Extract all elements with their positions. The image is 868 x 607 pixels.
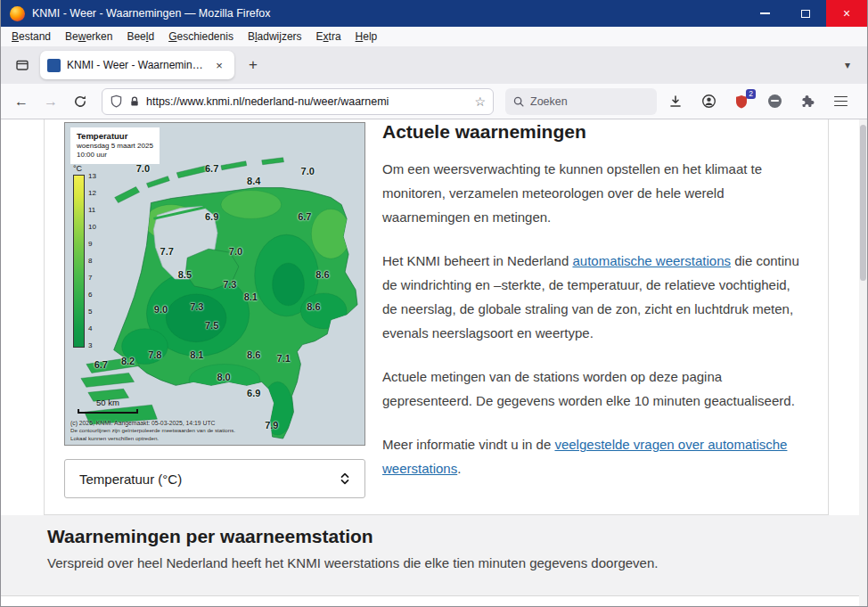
station-labels: 7.06.78.47.06.96.77.77.08.57.38.18.69.07… — [65, 123, 364, 445]
shield-icon — [110, 94, 123, 108]
search-input[interactable] — [530, 95, 628, 108]
menu-item-geschiedenis[interactable]: Geschiedenis — [161, 29, 241, 45]
station-temperature: 8.6 — [247, 349, 260, 360]
map-credit-line: De contourlijnen zijn geïnterpoleerde me… — [70, 427, 235, 434]
extensions-button[interactable] — [793, 88, 822, 115]
article-paragraph: Meer informatie vindt u in de veelgestel… — [382, 432, 807, 480]
distance-scale-bar — [78, 409, 138, 414]
tab-title: KNMI - Weer - Waarnemingen — [67, 59, 205, 71]
station-temperature: 6.7 — [94, 359, 108, 370]
tab-knmi[interactable]: KNMI - Weer - Waarnemingen × — [40, 51, 234, 79]
menu-item-extra[interactable]: Extra — [309, 29, 348, 45]
scale-tick-label: 7 — [88, 275, 96, 282]
scrollbar[interactable] — [859, 119, 867, 607]
station-temperature: 8.1 — [244, 291, 258, 302]
forward-button[interactable]: → — [37, 88, 64, 115]
url-text: https://www.knmi.nl/nederland-nu/weer/wa… — [146, 95, 469, 108]
close-button[interactable]: × — [826, 0, 867, 27]
station-temperature: 7.7 — [160, 246, 174, 257]
station-temperature: 7.5 — [205, 320, 218, 331]
list-all-tabs-button[interactable]: ▾ — [835, 53, 860, 78]
blocked-circle-icon — [768, 94, 782, 108]
downloads-button[interactable] — [661, 88, 690, 115]
browser-window: KNMI - Weer - Waarnemingen — Mozilla Fir… — [0, 0, 868, 607]
distance-scale-label: 50 km — [78, 398, 138, 407]
station-temperature: 7.8 — [148, 349, 161, 360]
station-temperature: 7.0 — [301, 166, 315, 176]
article-paragraph: Actuele metingen van de stations worden … — [382, 365, 807, 413]
station-temperature: 8.2 — [121, 356, 135, 366]
section-title: Waarnemingen per waarneemstation — [47, 526, 821, 547]
reload-button[interactable] — [67, 88, 94, 115]
automatic-weather-stations-link[interactable]: automatische weerstations — [572, 253, 731, 268]
firefox-view-button[interactable] — [8, 52, 37, 78]
scale-gradient — [73, 175, 85, 348]
maximize-button[interactable] — [785, 0, 826, 27]
station-temperature: 7.3 — [223, 279, 236, 290]
knmi-favicon — [47, 59, 61, 72]
legend-time: 10:00 uur — [77, 151, 153, 160]
article: Actuele waarnemingen Om een weersverwach… — [382, 119, 807, 500]
scale-tick-label: 5 — [88, 308, 96, 316]
distance-scale: 50 km — [78, 398, 138, 414]
map-credit-line: (c) 2025, KNMI. Aangemaakt: 05-03-2025, … — [70, 419, 235, 427]
bookmark-star-icon[interactable]: ☆ — [474, 94, 486, 109]
scale-tick-label: 12 — [88, 190, 96, 197]
menu-button[interactable] — [826, 88, 855, 115]
observations-card: 7.06.78.47.06.96.77.77.08.57.38.18.69.07… — [44, 119, 829, 515]
map-layer-select[interactable]: Temperatuur (°C) — [64, 459, 365, 498]
map-credit-line: Lokaal kunnen verschillen optreden. — [70, 435, 235, 442]
next-card-top — [1, 595, 867, 607]
tab-bar: KNMI - Weer - Waarnemingen × + ▾ — [1, 46, 867, 84]
menu-item-bladwijzers[interactable]: Bladwijzers — [241, 29, 309, 45]
lock-icon — [128, 95, 141, 108]
paragraph-text: Om een weersverwachting te kunnen opstel… — [382, 161, 762, 225]
station-temperature: 8.5 — [178, 269, 192, 280]
scale-tick-label: 4 — [88, 325, 96, 332]
search-bar[interactable] — [505, 88, 657, 115]
map-layer-select-value: Temperatuur (°C) — [79, 472, 338, 487]
extension-badge: 2 — [746, 89, 756, 99]
station-temperature: 7.1 — [277, 353, 291, 364]
station-temperature: 7.0 — [229, 246, 242, 257]
account-button[interactable] — [694, 88, 723, 115]
adblock-button[interactable]: 2 — [727, 88, 756, 115]
station-temperature: 8.1 — [190, 349, 203, 360]
scale-tick-label: 8 — [88, 258, 96, 265]
paragraph-text: Actuele metingen van de stations worden … — [382, 369, 795, 408]
account-icon — [701, 94, 717, 109]
station-temperature: 8.6 — [307, 301, 320, 312]
menu-item-bestand[interactable]: Bestand — [4, 29, 58, 45]
menu-item-help[interactable]: Help — [348, 29, 385, 45]
minimize-button[interactable] — [744, 0, 785, 27]
close-icon: × — [843, 6, 850, 21]
tab-close-button[interactable]: × — [211, 57, 227, 73]
minimize-icon — [760, 12, 770, 14]
legend-title: Temperatuur — [77, 131, 153, 142]
station-temperature: 8.6 — [315, 269, 329, 280]
back-button[interactable]: ← — [8, 88, 35, 115]
menu-item-beeld[interactable]: Beeld — [119, 29, 161, 45]
article-paragraph: Om een weersverwachting te kunnen opstel… — [382, 157, 807, 229]
updown-chevron-icon — [338, 472, 352, 486]
extension-button[interactable] — [760, 88, 789, 115]
scrollbar-thumb[interactable] — [860, 125, 866, 281]
title-bar: KNMI - Weer - Waarnemingen — Mozilla Fir… — [1, 0, 867, 27]
section-text: Verspreid over heel Nederland heeft het … — [47, 555, 821, 570]
url-bar[interactable]: https://www.knmi.nl/nederland-nu/weer/wa… — [102, 88, 494, 115]
download-icon — [668, 94, 683, 109]
menu-item-bewerken[interactable]: Bewerken — [58, 29, 119, 45]
station-temperature: 6.9 — [247, 388, 260, 398]
station-temperature: 6.7 — [205, 163, 218, 174]
search-icon — [512, 95, 525, 108]
station-temperature: 9.0 — [154, 304, 168, 315]
station-temperature: 8.0 — [217, 372, 230, 382]
new-tab-button[interactable]: + — [240, 52, 266, 78]
paragraph-text: Het KNMI beheert in Nederland — [382, 253, 572, 268]
menu-bar: BestandBewerkenBeeldGeschiedenisBladwijz… — [1, 27, 867, 46]
map-credits: (c) 2025, KNMI. Aangemaakt: 05-03-2025, … — [70, 419, 235, 442]
paragraph-text: . — [457, 461, 461, 476]
hamburger-icon — [834, 96, 848, 107]
station-temperature: 7.0 — [136, 163, 150, 174]
article-paragraph: Het KNMI beheert in Nederland automatisc… — [382, 249, 807, 345]
